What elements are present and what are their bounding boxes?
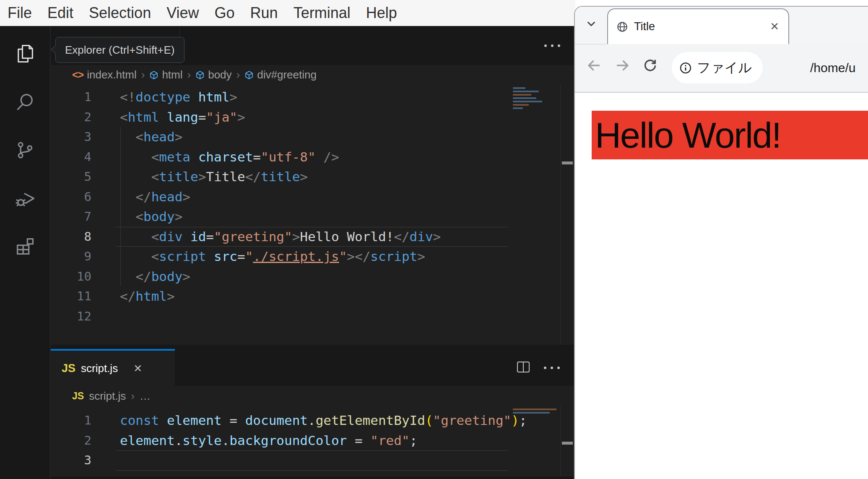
- code-text: <title>Title</title>: [91, 167, 308, 187]
- code-token: element: [167, 413, 222, 428]
- scrollbar-divider: [560, 406, 561, 479]
- menu-item-go[interactable]: Go: [215, 4, 235, 22]
- menu-item-run[interactable]: Run: [250, 4, 278, 22]
- globe-icon: [616, 21, 628, 33]
- code-token: =: [206, 229, 214, 244]
- breadcrumb: <>index.html› html› body› div#greeting: [51, 65, 574, 85]
- breadcrumb-item[interactable]: body: [195, 68, 231, 81]
- scheme-chip-label: ファイル: [697, 59, 752, 77]
- breadcrumb-more[interactable]: …: [140, 390, 151, 403]
- sidebar-item-search[interactable]: [0, 78, 50, 126]
- code-token: body: [151, 269, 183, 284]
- breadcrumb-item[interactable]: html: [149, 68, 182, 81]
- code-token: <: [135, 129, 143, 144]
- code-token: title: [159, 169, 198, 184]
- code-token: >: [292, 229, 300, 244]
- sidebar-item-extensions[interactable]: [0, 222, 50, 271]
- run-debug-icon: [14, 187, 36, 209]
- close-tab-icon[interactable]: ✕: [133, 362, 142, 375]
- html-editor[interactable]: 1<!doctype html>2<html lang="ja">3 <head…: [51, 85, 574, 345]
- sidebar-item-source-control[interactable]: [0, 126, 50, 174]
- more-actions-icon[interactable]: [544, 367, 560, 369]
- code-token: </: [245, 169, 261, 184]
- browser-tab[interactable]: Title ✕: [607, 8, 789, 44]
- line-number: 2: [51, 107, 91, 128]
- code-token: />: [323, 149, 339, 164]
- menu-bar: FileEditSelectionViewGoRunTerminalHelp: [0, 0, 575, 26]
- code-line[interactable]: 1<!doctype html>: [51, 87, 574, 107]
- activity-bar: [0, 26, 50, 479]
- sidebar-item-explorer[interactable]: [0, 29, 50, 78]
- line-number: 6: [51, 187, 91, 207]
- code-line[interactable]: 2element.style.backgroundColor = "red";: [51, 431, 574, 451]
- tab-title: Title: [634, 20, 655, 33]
- page-red-banner: Hello World!: [592, 111, 868, 159]
- code-line[interactable]: 3 <head>: [51, 127, 574, 147]
- symbol-cube-icon: [244, 70, 254, 80]
- line-number: 3: [51, 127, 91, 147]
- code-token: [120, 209, 135, 224]
- menu-item-file[interactable]: File: [8, 4, 32, 22]
- menu-item-view[interactable]: View: [166, 4, 199, 22]
- code-line[interactable]: 1const element = document.getElementById…: [51, 411, 574, 431]
- code-token: <: [151, 169, 159, 184]
- code-line[interactable]: 12: [51, 307, 574, 327]
- code-line[interactable]: 10 </body>: [51, 267, 574, 287]
- code-token: >: [237, 109, 245, 125]
- tab-script-js[interactable]: JS script.js ✕: [51, 349, 175, 386]
- browser-tab-strip: Title ✕: [575, 7, 868, 44]
- reload-icon[interactable]: [642, 57, 658, 73]
- minimap[interactable]: [513, 407, 559, 415]
- menu-item-selection[interactable]: Selection: [89, 4, 151, 22]
- code-line[interactable]: 7 <body>: [51, 207, 574, 227]
- code-token: element: [120, 433, 175, 448]
- tab-search-chevron-icon[interactable]: [585, 18, 598, 30]
- menu-item-help[interactable]: Help: [366, 4, 397, 22]
- code-token: <: [151, 249, 159, 264]
- back-icon[interactable]: [586, 57, 602, 73]
- code-token: >: [167, 289, 175, 304]
- breadcrumb-file[interactable]: script.js: [89, 390, 126, 403]
- code-text: const element = document.getElementById(…: [91, 411, 527, 431]
- split-editor-icon[interactable]: [517, 362, 530, 372]
- code-token: "ja": [206, 109, 237, 125]
- code-token: [316, 149, 324, 164]
- scrollbar-thumb[interactable]: [562, 442, 573, 445]
- code-text: <!doctype html>: [91, 87, 237, 107]
- code-text: <body>: [91, 207, 182, 227]
- breadcrumb-label: index.html: [87, 68, 137, 81]
- forward-icon[interactable]: [615, 57, 631, 73]
- code-line[interactable]: 2<html lang="ja">: [51, 107, 574, 128]
- js-editor[interactable]: 1const element = document.getElementById…: [51, 406, 574, 479]
- code-token: "red": [370, 433, 409, 448]
- code-token: Hello World!: [300, 229, 394, 244]
- breadcrumb-label: div#greeting: [257, 68, 317, 81]
- code-line[interactable]: 5 <title>Title</title>: [51, 167, 574, 187]
- scrollbar-thumb[interactable]: [562, 161, 573, 164]
- code-token: const: [120, 413, 159, 428]
- minimap[interactable]: [513, 86, 559, 111]
- menu-item-edit[interactable]: Edit: [47, 4, 73, 22]
- code-line[interactable]: 8 <div id="greeting">Hello World!</div>: [51, 227, 574, 247]
- code-token: =: [237, 249, 245, 264]
- more-actions-icon[interactable]: [544, 44, 560, 47]
- close-tab-icon[interactable]: ✕: [770, 20, 779, 33]
- code-line[interactable]: 11</html>: [51, 286, 574, 307]
- breadcrumb-item[interactable]: <>index.html: [72, 68, 137, 81]
- code-line[interactable]: 9 <script src="./script.js"></script>: [51, 247, 574, 267]
- line-number: 2: [51, 431, 91, 451]
- code-token: [120, 169, 151, 184]
- code-line[interactable]: 3: [51, 450, 574, 471]
- code-line[interactable]: 4 <meta charset="utf-8" />: [51, 147, 574, 167]
- url-text[interactable]: /home/u: [810, 61, 855, 75]
- sidebar-item-run-debug[interactable]: [0, 174, 50, 222]
- breadcrumb-item[interactable]: div#greeting: [244, 68, 317, 81]
- code-token: id: [182, 229, 206, 244]
- code-token: [120, 149, 151, 164]
- menu-item-terminal[interactable]: Terminal: [294, 4, 351, 22]
- code-token: <: [120, 109, 128, 125]
- code-line[interactable]: 6 </head>: [51, 187, 574, 207]
- symbol-cube-icon: [195, 70, 205, 80]
- code-token: [120, 189, 135, 204]
- site-info-chip[interactable]: ファイル: [672, 52, 763, 83]
